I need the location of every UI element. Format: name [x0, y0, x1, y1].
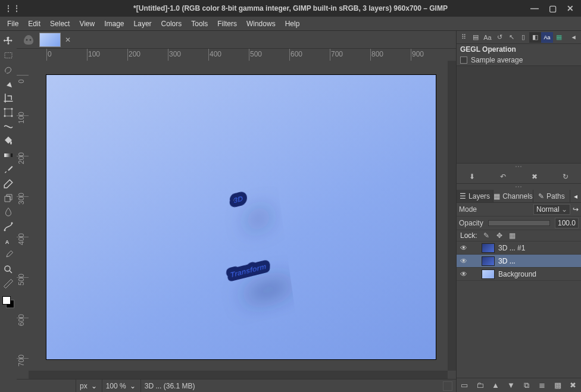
- mask-layer-icon[interactable]: ▩: [552, 380, 563, 391]
- unit-selector[interactable]: px⌄: [76, 380, 102, 392]
- layer-name[interactable]: Background: [498, 270, 579, 278]
- patterns-tab-icon[interactable]: ▤: [470, 32, 482, 43]
- layers-panel-tabs: ☰Layers ▦Channels ✎Paths ◂: [457, 190, 581, 203]
- zoom-tool-icon[interactable]: [1, 263, 15, 276]
- restore-preset-icon[interactable]: ↶: [495, 171, 511, 183]
- crop-tool-icon[interactable]: [1, 92, 15, 105]
- document-tab-icon[interactable]: ▯: [517, 32, 529, 43]
- sample-average-label: Sample average: [471, 56, 523, 64]
- free-select-tool-icon[interactable]: [1, 63, 15, 76]
- images-tab-icon[interactable]: ▦: [553, 32, 565, 43]
- layer-row[interactable]: 👁3D ... #1: [457, 242, 581, 255]
- sample-average-checkbox[interactable]: [460, 57, 467, 64]
- new-layer-icon[interactable]: ▭: [459, 380, 470, 391]
- close-button[interactable]: ✕: [562, 1, 579, 15]
- text-tool-icon[interactable]: A: [1, 234, 15, 247]
- dock-resize-handle-2[interactable]: ⋯: [457, 184, 581, 190]
- lock-position-icon[interactable]: ✥: [495, 231, 504, 240]
- horizontal-ruler[interactable]: 0100200300400500600700800900: [29, 49, 448, 61]
- color-swatches[interactable]: [2, 296, 14, 308]
- lower-layer-icon[interactable]: ▼: [505, 380, 516, 391]
- layer-visibility-icon[interactable]: 👁: [459, 270, 468, 278]
- color-picker-tool-icon[interactable]: [1, 249, 15, 262]
- layer-name[interactable]: 3D ...: [498, 257, 579, 265]
- layer-thumbnail[interactable]: [482, 269, 495, 279]
- ruler-corner[interactable]: [17, 49, 29, 61]
- minimize-button[interactable]: —: [526, 1, 543, 15]
- layer-visibility-icon[interactable]: 👁: [459, 244, 468, 252]
- raise-layer-icon[interactable]: ▲: [490, 380, 501, 391]
- gradient-tool-icon[interactable]: [1, 149, 15, 162]
- reset-preset-icon[interactable]: ↻: [557, 171, 574, 183]
- bucket-fill-tool-icon[interactable]: [1, 134, 15, 148]
- opacity-slider[interactable]: [488, 220, 550, 226]
- menu-select[interactable]: Select: [45, 18, 74, 29]
- menu-help[interactable]: Help: [280, 18, 305, 29]
- layer-visibility-icon[interactable]: 👁: [459, 257, 468, 265]
- opacity-value[interactable]: 100.0: [555, 218, 579, 228]
- tab-channels[interactable]: ▦Channels: [493, 190, 533, 202]
- layer-name[interactable]: 3D ... #1: [498, 244, 579, 252]
- vertical-scrollbar[interactable]: [448, 61, 456, 371]
- horizontal-scrollbar[interactable]: [29, 371, 448, 379]
- canvas-viewport[interactable]: 3D Transform 3D Transform: [29, 61, 448, 371]
- document-tab[interactable]: [39, 33, 61, 47]
- layer-thumbnail[interactable]: [482, 243, 495, 253]
- canvas-nav-corner[interactable]: [448, 371, 456, 379]
- mode-select[interactable]: Normal: [533, 204, 570, 215]
- delete-layer-icon[interactable]: ✖: [568, 380, 579, 391]
- pointer-tab-icon[interactable]: ↖: [505, 32, 517, 43]
- close-tab-icon[interactable]: ✕: [64, 36, 71, 43]
- sample-average-row[interactable]: Sample average: [457, 55, 581, 65]
- save-preset-icon[interactable]: ⬇: [464, 171, 480, 183]
- dock-resize-handle[interactable]: ⋯: [457, 164, 581, 170]
- paintbrush-tool-icon[interactable]: [1, 163, 15, 176]
- text-style-tab-icon[interactable]: Aa: [541, 32, 553, 43]
- brushes-tab-icon[interactable]: ⠿: [458, 32, 470, 43]
- smudge-tool-icon[interactable]: [1, 206, 15, 219]
- menu-tools[interactable]: Tools: [186, 18, 213, 29]
- menu-view[interactable]: View: [74, 18, 99, 29]
- delete-preset-icon[interactable]: ✖: [526, 171, 543, 183]
- measure-tool-icon[interactable]: [1, 277, 15, 290]
- layer-row[interactable]: 👁Background: [457, 268, 581, 281]
- lock-alpha-icon[interactable]: ▦: [508, 231, 517, 240]
- canvas[interactable]: 3D Transform 3D Transform: [46, 75, 436, 359]
- tab-layers[interactable]: ☰Layers: [457, 190, 493, 202]
- layers-panel-menu-icon[interactable]: ◂: [570, 192, 581, 200]
- quick-nav-icon[interactable]: [443, 381, 452, 391]
- titlebar-options-icon[interactable]: ⋮⋮: [5, 4, 21, 12]
- tool-options-tab-icon[interactable]: ◧: [529, 32, 541, 43]
- tab-paths[interactable]: ✎Paths: [533, 190, 570, 202]
- path-tool-icon[interactable]: [1, 220, 15, 233]
- menu-file[interactable]: File: [2, 18, 23, 29]
- menu-layer[interactable]: Layer: [129, 18, 157, 29]
- duplicate-layer-icon[interactable]: ⧉: [521, 380, 532, 391]
- menu-image[interactable]: Image: [99, 18, 129, 29]
- layer-thumbnail[interactable]: [482, 256, 495, 266]
- menu-filters[interactable]: Filters: [213, 18, 242, 29]
- fuzzy-select-tool-icon[interactable]: [1, 77, 15, 90]
- history-tab-icon[interactable]: ↺: [493, 32, 505, 43]
- rect-select-tool-icon[interactable]: [1, 49, 15, 62]
- vertical-ruler[interactable]: 0100200300400500600700: [17, 61, 29, 371]
- lock-pixels-icon[interactable]: ✎: [482, 231, 491, 240]
- layer-row[interactable]: 👁3D ...: [457, 255, 581, 268]
- move-tool-icon[interactable]: [1, 35, 15, 48]
- warp-tool-icon[interactable]: [1, 120, 15, 133]
- menu-windows[interactable]: Windows: [242, 18, 280, 29]
- zoom-selector[interactable]: 100 %⌄: [102, 380, 141, 392]
- maximize-button[interactable]: ▢: [544, 1, 561, 15]
- dock-menu-icon[interactable]: ◂: [568, 32, 580, 43]
- clone-tool-icon[interactable]: [1, 192, 15, 205]
- merge-layer-icon[interactable]: ≣: [537, 380, 548, 391]
- foreground-color-swatch[interactable]: [2, 296, 11, 305]
- transform-tool-icon[interactable]: [1, 106, 15, 119]
- ruler-tick-label: 400: [210, 50, 221, 58]
- menu-colors[interactable]: Colors: [157, 18, 187, 29]
- fonts-tab-icon[interactable]: Aa: [482, 32, 493, 43]
- eraser-tool-icon[interactable]: [1, 177, 15, 190]
- new-group-icon[interactable]: 🗀: [474, 380, 485, 391]
- mode-switch-icon[interactable]: ↪: [573, 205, 579, 214]
- menu-edit[interactable]: Edit: [23, 18, 45, 29]
